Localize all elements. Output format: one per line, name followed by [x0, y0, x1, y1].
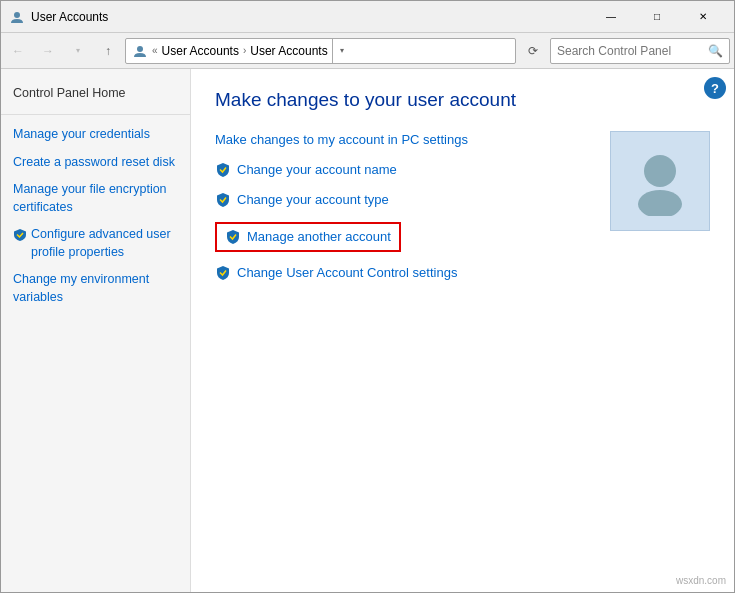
title-bar: User Accounts — □ ✕ — [1, 1, 734, 33]
forward-button[interactable]: → — [35, 38, 61, 64]
window-controls: — □ ✕ — [588, 1, 726, 33]
watermark: wsxdn.com — [676, 575, 726, 586]
address-icon — [132, 43, 148, 59]
close-button[interactable]: ✕ — [680, 1, 726, 33]
sidebar-item-encryption[interactable]: Manage your file encryption certificates — [1, 176, 190, 221]
address-bar: ← → ▾ ↑ « User Accounts › User Accounts … — [1, 33, 734, 69]
minimize-button[interactable]: — — [588, 1, 634, 33]
manage-another-link[interactable]: Manage another account — [247, 228, 391, 246]
search-icon: 🔍 — [708, 44, 723, 58]
account-name-link[interactable]: Change your account name — [237, 161, 397, 179]
svg-point-1 — [137, 46, 143, 52]
sidebar-item-environment[interactable]: Change my environment variables — [1, 266, 190, 311]
avatar-graphic — [630, 146, 690, 216]
dropdown-button[interactable]: ▾ — [65, 38, 91, 64]
main-content: Control Panel Home Manage your credentia… — [1, 69, 734, 592]
address-path2: User Accounts — [250, 44, 327, 58]
sidebar-item-credentials[interactable]: Manage your credentials — [1, 121, 190, 149]
link-item-uac: Change User Account Control settings — [215, 264, 590, 282]
content-body: Make changes to my account in PC setting… — [215, 131, 710, 294]
shield-icon-adv — [13, 228, 27, 242]
refresh-button[interactable]: ⟳ — [520, 38, 546, 64]
svg-point-3 — [638, 190, 682, 216]
sidebar: Control Panel Home Manage your credentia… — [1, 69, 191, 592]
manage-another-box[interactable]: Manage another account — [215, 222, 401, 252]
sidebar-home-link[interactable]: Control Panel Home — [1, 81, 190, 108]
link-item-account-type: Change your account type — [215, 191, 590, 209]
shield-icon-uac — [215, 265, 231, 281]
link-item-manage-another: Manage another account — [215, 222, 590, 252]
maximize-button[interactable]: □ — [634, 1, 680, 33]
up-button[interactable]: ↑ — [95, 38, 121, 64]
back-button[interactable]: ← — [5, 38, 31, 64]
content-area: ? Make changes to your user account Make… — [191, 69, 734, 592]
shield-icon-name — [215, 162, 231, 178]
address-chevrons: « — [152, 45, 158, 56]
shield-icon-type — [215, 192, 231, 208]
svg-point-2 — [644, 155, 676, 187]
svg-point-0 — [14, 12, 20, 18]
user-avatar — [610, 131, 710, 231]
address-dropdown-arrow[interactable]: ▾ — [332, 38, 352, 64]
address-path1: User Accounts — [162, 44, 239, 58]
pc-settings-link[interactable]: Make changes to my account in PC setting… — [215, 131, 590, 149]
window-icon — [9, 9, 25, 25]
search-box[interactable]: 🔍 — [550, 38, 730, 64]
links-section: Make changes to my account in PC setting… — [215, 131, 590, 294]
sidebar-item-advanced-profile[interactable]: Configure advanced user profile properti… — [31, 226, 178, 261]
help-button[interactable]: ? — [704, 77, 726, 99]
sidebar-divider — [1, 114, 190, 115]
sidebar-item-password-reset[interactable]: Create a password reset disk — [1, 149, 190, 177]
shield-icon-manage — [225, 229, 241, 245]
window: User Accounts — □ ✕ ← → ▾ ↑ « User Accou… — [0, 0, 735, 593]
link-item-account-name: Change your account name — [215, 161, 590, 179]
page-title: Make changes to your user account — [215, 89, 710, 111]
window-title: User Accounts — [31, 10, 588, 24]
uac-settings-link[interactable]: Change User Account Control settings — [237, 264, 457, 282]
address-path[interactable]: « User Accounts › User Accounts ▾ — [125, 38, 516, 64]
search-input[interactable] — [557, 44, 708, 58]
address-separator: › — [243, 45, 246, 56]
account-type-link[interactable]: Change your account type — [237, 191, 389, 209]
link-item-pc-settings: Make changes to my account in PC setting… — [215, 131, 590, 149]
